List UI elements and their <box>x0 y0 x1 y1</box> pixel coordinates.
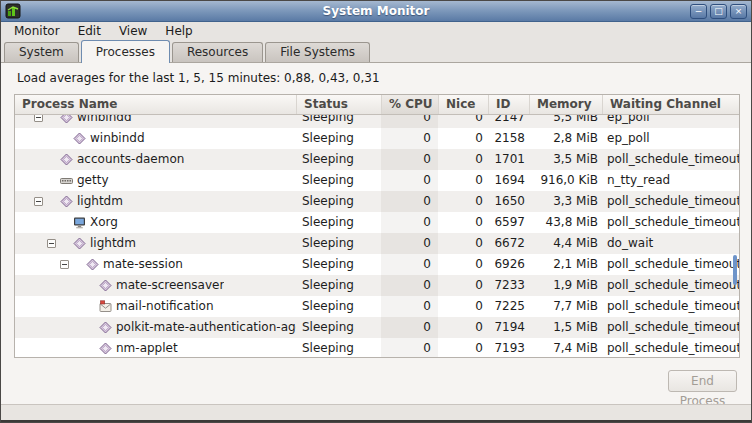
waiting-channel-cell: poll_schedule_timeout <box>602 275 739 296</box>
window-controls: − □ × <box>690 4 747 19</box>
process-row[interactable]: nm-appletSleeping0071937,4 MiBpoll_sched… <box>15 338 739 357</box>
cpu-header-label: % CPU <box>389 95 433 114</box>
waiting-channel-cell: poll_schedule_timeout <box>602 254 739 275</box>
mail-icon <box>99 300 112 313</box>
waiting-channel-cell: ep_poll <box>602 128 739 149</box>
memory-cell: 3,3 MiB <box>529 191 602 212</box>
waiting-channel-cell: ep_poll <box>602 115 739 128</box>
process-name: winbindd <box>77 115 132 128</box>
end-process-button[interactable]: End Process <box>668 370 737 392</box>
cpu-cell: 0 <box>381 317 438 338</box>
id-cell: 7193 <box>488 338 529 357</box>
process-row[interactable]: XorgSleeping00659743,8 MiBpoll_schedule_… <box>15 212 739 233</box>
waiting-channel-cell: poll_schedule_timeout <box>602 212 739 233</box>
status-cell: Sleeping <box>296 296 381 317</box>
id-cell: 7194 <box>488 317 529 338</box>
menu-edit[interactable]: Edit <box>69 23 110 39</box>
processes-page: Load averages for the last 1, 5, 15 minu… <box>1 63 751 404</box>
title-bar[interactable]: System Monitor − □ × <box>1 1 751 22</box>
column-header-waiting-channel[interactable]: Waiting Channel <box>602 95 739 114</box>
status-cell: Sleeping <box>296 115 381 128</box>
tree-collapse-icon[interactable] <box>60 260 69 269</box>
app-diamond-icon <box>99 321 112 334</box>
menu-monitor[interactable]: Monitor <box>5 23 69 39</box>
tree-collapse-icon[interactable] <box>34 115 43 122</box>
tab-strip: System Processes Resources File Systems <box>1 40 751 63</box>
nice-cell: 0 <box>438 115 488 128</box>
process-row[interactable]: winbinddSleeping0021582,8 MiBep_poll <box>15 128 739 149</box>
tab-processes[interactable]: Processes <box>81 40 170 63</box>
memory-cell: 7,7 MiB <box>529 296 602 317</box>
waiting-channel-cell: poll_schedule_timeout <box>602 338 739 357</box>
process-row[interactable]: accounts-daemonSleeping0017013,5 MiBpoll… <box>15 149 739 170</box>
process-row[interactable]: lightdmSleeping0016503,3 MiBpoll_schedul… <box>15 191 739 212</box>
tree-collapse-icon[interactable] <box>47 239 56 248</box>
process-name: mate-screensaver <box>116 275 224 296</box>
cpu-cell: 0 <box>381 254 438 275</box>
process-name-cell: lightdm <box>15 191 296 212</box>
nice-cell: 0 <box>438 170 488 191</box>
nice-cell: 0 <box>438 149 488 170</box>
status-cell: Sleeping <box>296 212 381 233</box>
process-name: nm-applet <box>116 338 178 357</box>
cpu-cell: 0 <box>381 128 438 149</box>
cpu-cell: 0 <box>381 170 438 191</box>
vertical-scrollbar-thumb[interactable] <box>733 255 737 285</box>
app-diamond-icon <box>60 153 73 166</box>
id-cell: 2158 <box>488 128 529 149</box>
menu-view[interactable]: View <box>110 23 156 39</box>
nice-cell: 0 <box>438 212 488 233</box>
process-row[interactable]: winbinddSleeping0021475,5 MiBep_poll <box>15 115 739 128</box>
process-row[interactable]: mail-notificationSleeping0072257,7 MiBpo… <box>15 296 739 317</box>
id-cell: 6926 <box>488 254 529 275</box>
minimize-button[interactable]: − <box>690 4 707 19</box>
waiting-channel-cell: poll_schedule_timeout <box>602 317 739 338</box>
process-row[interactable]: polkit-mate-authentication-agent-1Sleepi… <box>15 317 739 338</box>
process-row[interactable]: mate-screensaverSleeping0072331,9 MiBpol… <box>15 275 739 296</box>
cpu-cell: 0 <box>381 191 438 212</box>
column-header-nice[interactable]: Nice <box>438 95 488 114</box>
process-name-cell: mail-notification <box>15 296 296 317</box>
process-row[interactable]: mate-sessionSleeping0069262,1 MiBpoll_sc… <box>15 254 739 275</box>
process-name: lightdm <box>77 191 123 212</box>
cpu-cell: 0 <box>381 233 438 254</box>
waiting-channel-cell: n_tty_read <box>602 170 739 191</box>
memory-cell: 5,5 MiB <box>529 115 602 128</box>
process-row[interactable]: lightdmSleeping0066724,4 MiBdo_wait <box>15 233 739 254</box>
memory-cell: 2,8 MiB <box>529 128 602 149</box>
app-diamond-icon <box>99 342 112 355</box>
memory-cell: 3,5 MiB <box>529 149 602 170</box>
id-cell: 7225 <box>488 296 529 317</box>
app-diamond-icon <box>73 237 86 250</box>
process-name-cell: mate-session <box>15 254 296 275</box>
column-header-cpu[interactable]: % CPU ∧ <box>381 95 438 114</box>
menu-bar: Monitor Edit View Help <box>1 22 751 40</box>
column-header-status[interactable]: Status <box>296 95 381 114</box>
load-averages-text: Load averages for the last 1, 5, 15 minu… <box>17 71 380 85</box>
process-name-cell: winbindd <box>15 115 296 128</box>
keyboard-icon <box>60 174 73 187</box>
close-button[interactable]: × <box>730 4 747 19</box>
process-row[interactable]: gettySleeping001694916,0 KiBn_tty_read <box>15 170 739 191</box>
tab-file-systems[interactable]: File Systems <box>265 42 370 62</box>
id-cell: 1694 <box>488 170 529 191</box>
tab-resources[interactable]: Resources <box>172 42 263 62</box>
tab-system[interactable]: System <box>4 42 79 62</box>
column-header-id[interactable]: ID <box>488 95 529 114</box>
column-header-process-name[interactable]: Process Name <box>15 95 296 114</box>
id-cell: 7233 <box>488 275 529 296</box>
status-cell: Sleeping <box>296 254 381 275</box>
cpu-cell: 0 <box>381 149 438 170</box>
nice-cell: 0 <box>438 317 488 338</box>
waiting-channel-cell: poll_schedule_timeout <box>602 191 739 212</box>
process-name-cell: winbindd <box>15 128 296 149</box>
process-name: accounts-daemon <box>77 149 184 170</box>
id-cell: 1701 <box>488 149 529 170</box>
column-header-memory[interactable]: Memory <box>529 95 602 114</box>
memory-cell: 916,0 KiB <box>529 170 602 191</box>
tree-collapse-icon[interactable] <box>34 197 43 206</box>
nice-cell: 0 <box>438 254 488 275</box>
menu-help[interactable]: Help <box>156 23 201 39</box>
nice-cell: 0 <box>438 191 488 212</box>
maximize-button[interactable]: □ <box>710 4 727 19</box>
